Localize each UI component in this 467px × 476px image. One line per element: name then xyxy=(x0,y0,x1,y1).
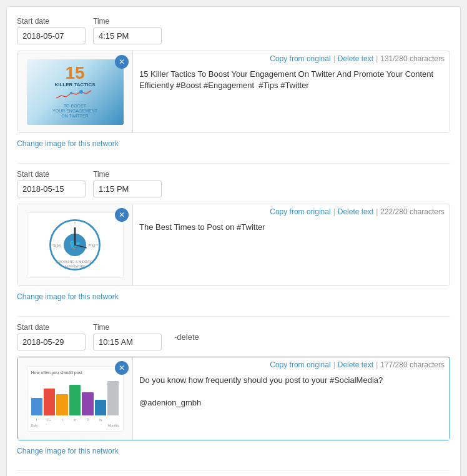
text-area-wrapper-2: Copy from original | Delete text | 222/2… xyxy=(133,204,450,285)
bar-pi xyxy=(82,392,93,415)
footer-row: Time zone: (UTC +02:00) Europe/Berlin Sa… xyxy=(17,470,450,476)
time-label-2: Time xyxy=(93,170,162,179)
img-subtitle-engagement: YOUR ENGAGEMENT xyxy=(52,109,97,114)
time-group-2: Time xyxy=(93,170,162,197)
svg-point-1 xyxy=(70,92,72,94)
section-3: Start date Time -delete ✕ How often you … xyxy=(17,323,450,460)
bar-fb xyxy=(31,398,42,415)
time-label-3: Time xyxy=(93,323,162,332)
time-input-1[interactable] xyxy=(93,27,162,44)
delete-text-link-2[interactable]: Delete text xyxy=(338,207,373,216)
bar-tw xyxy=(56,394,67,415)
bar-label-tw: t xyxy=(56,418,67,422)
media-box-1: ✕ 15 KILLER TACTICS TO BOOST xyxy=(17,51,133,132)
time-group-1: Time xyxy=(93,17,162,44)
text-area-header-2: Copy from original | Delete text | 222/2… xyxy=(133,204,450,218)
section-1: Start date Time ✕ 15 KILLER TACTICS xyxy=(17,17,450,153)
bar-labels: f G+ t in P In xyxy=(31,418,119,422)
date-time-row-3: Start date Time -delete xyxy=(17,323,450,350)
delete-image-btn-1[interactable]: ✕ xyxy=(115,55,129,69)
media-box-3: ✕ How often you should post f xyxy=(17,357,133,440)
media-text-row-3: ✕ How often you should post f xyxy=(17,357,450,440)
chart-monthly-label: Monthly xyxy=(108,424,119,427)
divider-2 xyxy=(17,316,450,317)
img-subtitle-boost: TO BOOST xyxy=(52,104,97,109)
start-date-label-2: Start date xyxy=(17,170,86,179)
media-box-2: ✕ 🐦 A.M. P.M. xyxy=(17,204,133,285)
bar-label-gray xyxy=(107,418,119,422)
svg-text:A.M.: A.M. xyxy=(54,244,62,248)
bar-gray xyxy=(107,381,119,415)
bar-label-li: in xyxy=(69,418,81,422)
char-count-2: 222/280 characters xyxy=(380,207,445,216)
delete-text-link-3[interactable]: Delete text xyxy=(338,360,373,369)
img-number: 15 xyxy=(52,64,97,82)
bar-label-in2: In xyxy=(95,418,106,422)
bar-g xyxy=(44,389,55,415)
separator-2b: | xyxy=(376,207,378,216)
change-image-link-3[interactable]: Change image for this network xyxy=(17,447,119,455)
bar-label-g: G+ xyxy=(44,418,55,422)
text-area-header-1: Copy from original | Delete text | 131/2… xyxy=(133,51,450,65)
char-count-1: 131/280 characters xyxy=(380,54,445,63)
svg-text:MORNING & MIDDAY: MORNING & MIDDAY xyxy=(58,260,91,264)
start-date-input-3[interactable] xyxy=(17,334,86,350)
bar-in xyxy=(95,400,106,415)
media-text-row-1: ✕ 15 KILLER TACTICS TO BOOST xyxy=(17,51,450,133)
copy-from-original-link-3[interactable]: Copy from original xyxy=(270,360,330,369)
delete-image-btn-3[interactable]: ✕ xyxy=(115,361,129,375)
chart-header-text: How often you should post xyxy=(31,370,119,375)
bar-chart-inner xyxy=(31,377,119,415)
separator-1b: | xyxy=(376,54,378,63)
change-image-link-1[interactable]: Change image for this network xyxy=(17,139,119,148)
post-textarea-2[interactable] xyxy=(133,218,450,285)
char-count-3: 177/280 characters xyxy=(380,360,445,369)
change-image-link-2[interactable]: Change image for this network xyxy=(17,292,119,301)
time-input-2[interactable] xyxy=(93,181,162,197)
delete-image-btn-2[interactable]: ✕ xyxy=(115,208,129,222)
main-container: Start date Time ✕ 15 KILLER TACTICS xyxy=(6,6,461,476)
tactics-image: 15 KILLER TACTICS TO BOOST YOUR ENGAGEME… xyxy=(27,59,124,125)
time-label-1: Time xyxy=(93,17,162,26)
barchart-image: How often you should post f G+ t xyxy=(27,366,124,432)
svg-text:AFTER WORK: AFTER WORK xyxy=(65,265,86,268)
delete-text-link-1[interactable]: Delete text xyxy=(338,54,373,63)
time-group-3: Time xyxy=(93,323,162,350)
start-date-input-2[interactable] xyxy=(17,181,86,197)
copy-from-original-link-2[interactable]: Copy from original xyxy=(270,207,330,216)
tactics-chart-icon xyxy=(56,89,94,101)
start-date-input-1[interactable] xyxy=(17,27,86,44)
separator-2: | xyxy=(333,207,335,216)
post-textarea-1[interactable] xyxy=(133,65,450,132)
img-subtitle-twitter: ON TWITTER xyxy=(52,114,97,119)
text-area-header-3: Copy from original | Delete text | 177/2… xyxy=(133,357,450,371)
separator-3: | xyxy=(333,360,335,369)
delete-link-3[interactable]: -delete xyxy=(174,332,199,342)
bar-li xyxy=(69,385,81,415)
clock-image: 🐦 A.M. P.M. MORNING & MIDDAY xyxy=(27,212,124,278)
separator-3b: | xyxy=(376,360,378,369)
bar-label-fb: f xyxy=(31,418,42,422)
copy-from-original-link-1[interactable]: Copy from original xyxy=(270,54,330,63)
separator-1: | xyxy=(333,54,335,63)
clock-svg: 🐦 A.M. P.M. MORNING & MIDDAY xyxy=(47,217,103,273)
media-text-row-2: ✕ 🐦 A.M. P.M. xyxy=(17,204,450,286)
text-area-wrapper-3: Copy from original | Delete text | 177/2… xyxy=(133,357,450,440)
post-textarea-3[interactable] xyxy=(133,371,450,440)
date-time-row-2: Start date Time xyxy=(17,170,450,197)
divider-1 xyxy=(17,163,450,164)
section-2: Start date Time ✕ 🐦 xyxy=(17,170,450,306)
img-title: KILLER TACTICS xyxy=(52,82,97,88)
time-input-3[interactable] xyxy=(93,334,162,350)
svg-point-0 xyxy=(79,90,83,94)
date-time-row-1: Start date Time xyxy=(17,17,450,44)
start-date-label-1: Start date xyxy=(17,17,86,26)
start-date-group-1: Start date xyxy=(17,17,86,44)
start-date-label-3: Start date xyxy=(17,323,86,332)
start-date-group-2: Start date xyxy=(17,170,86,197)
bar-label-pi: P xyxy=(82,418,93,422)
start-date-group-3: Start date xyxy=(17,323,86,350)
svg-text:P.M.: P.M. xyxy=(89,244,96,248)
text-area-wrapper-1: Copy from original | Delete text | 131/2… xyxy=(133,51,450,132)
chart-daily-label: Daily xyxy=(31,424,38,427)
